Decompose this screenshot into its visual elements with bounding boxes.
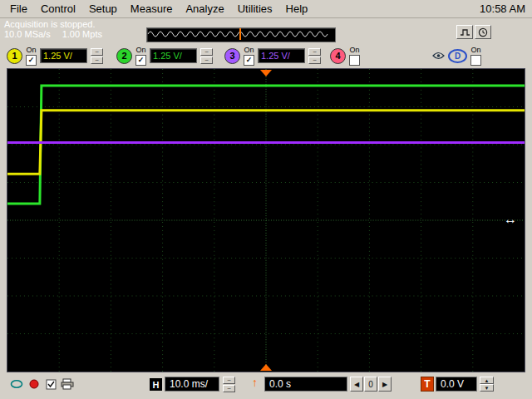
acquisition-preview-bar[interactable] bbox=[146, 27, 336, 42]
channel-1-on-label: On bbox=[26, 47, 36, 54]
channel-2-on-checkbox[interactable]: ✓ bbox=[135, 55, 146, 66]
channel-4-button[interactable]: 4 bbox=[330, 48, 346, 64]
channel-1-controls: 1 On ✓ 1.25 V/ ~ ~ bbox=[7, 46, 103, 66]
digital-on-group: On bbox=[470, 47, 481, 66]
trigger-level-field[interactable]: 0.0 V bbox=[436, 377, 477, 392]
channel-3-scale-up-button[interactable]: ~ bbox=[308, 48, 321, 56]
ellipse-tool-button[interactable] bbox=[8, 376, 25, 392]
trigger-marker-top[interactable] bbox=[260, 70, 272, 76]
channel-3-number: 3 bbox=[229, 51, 234, 61]
trigger-level-spinner: ▲ ▼ bbox=[480, 377, 494, 392]
channel-1-number: 1 bbox=[12, 51, 17, 61]
horizontal-position-field[interactable]: 0.0 s bbox=[264, 377, 347, 392]
channel-4-controls: 4 On bbox=[330, 46, 360, 66]
channel-4-on-label: On bbox=[349, 47, 359, 54]
clock: 10:58 AM bbox=[480, 2, 532, 15]
sample-rate: 10.0 MSa/s bbox=[4, 29, 51, 39]
trigger-level-up-button[interactable]: ▲ bbox=[480, 377, 494, 384]
trigger-marker-bottom bbox=[260, 364, 272, 371]
printer-icon bbox=[61, 378, 74, 390]
channel-1-on-checkbox[interactable]: ✓ bbox=[26, 55, 37, 66]
channel-4-on-group: On bbox=[349, 47, 360, 66]
print-button[interactable] bbox=[59, 376, 76, 392]
channel-1-scale-field[interactable]: 1.25 V/ bbox=[40, 48, 87, 63]
channel-2-controls: 2 On ✓ 1.25 V/ ~ ~ bbox=[116, 46, 213, 66]
clock-icon bbox=[478, 27, 488, 37]
channel-2-on-label: On bbox=[135, 47, 145, 54]
channel-2-number: 2 bbox=[121, 51, 126, 61]
trigger-menu-button[interactable]: T bbox=[421, 377, 434, 392]
menu-file[interactable]: File bbox=[3, 1, 34, 17]
channel-2-scale-down-button[interactable]: ~ bbox=[200, 57, 213, 64]
position-right-button[interactable]: ▶ bbox=[378, 377, 392, 392]
position-zero-button[interactable]: 0 bbox=[364, 377, 377, 392]
horizontal-menu-button[interactable]: H bbox=[150, 378, 162, 391]
clock-mode-button[interactable] bbox=[475, 25, 491, 39]
trigger-position-icon: ↑ bbox=[252, 376, 258, 389]
channel-3-on-group: On ✓ bbox=[244, 47, 254, 66]
record-dot-icon bbox=[28, 378, 40, 390]
resize-cursor-icon: ↔ bbox=[504, 212, 517, 227]
timebase-down-button[interactable]: ~ bbox=[223, 385, 235, 392]
timebase-up-button[interactable]: ~ bbox=[223, 377, 235, 384]
channel-2-scale-value: 1.25 V/ bbox=[153, 51, 182, 61]
channel-1-scale-spinner: ~ ~ bbox=[91, 48, 103, 64]
menu-help[interactable]: Help bbox=[279, 1, 315, 17]
channel-3-scale-value: 1.25 V/ bbox=[261, 51, 290, 61]
channel-3-scale-spinner: ~ ~ bbox=[308, 48, 321, 64]
pulse-icon bbox=[460, 28, 470, 37]
menu-control[interactable]: Control bbox=[34, 1, 82, 17]
channel-3-on-checkbox[interactable]: ✓ bbox=[244, 55, 254, 66]
channel-3-scale-field[interactable]: 1.25 V/ bbox=[258, 48, 305, 63]
digital-controls: D On bbox=[432, 46, 481, 66]
timebase-scale-field[interactable]: 10.0 ms/ bbox=[165, 377, 219, 392]
channel-1-on-group: On ✓ bbox=[26, 47, 37, 66]
channel-1-scale-down-button[interactable]: ~ bbox=[91, 57, 103, 64]
checklist-button[interactable] bbox=[43, 376, 60, 392]
channel-1-button[interactable]: 1 bbox=[7, 48, 22, 64]
digital-label: D bbox=[455, 52, 461, 61]
channel-2-scale-up-button[interactable]: ~ bbox=[200, 48, 213, 56]
menu-analyze[interactable]: Analyze bbox=[179, 1, 230, 17]
position-left-button[interactable]: ◀ bbox=[350, 377, 363, 392]
channel-2-scale-field[interactable]: 1.25 V/ bbox=[150, 48, 197, 63]
channel-1-scale-up-button[interactable]: ~ bbox=[91, 48, 103, 56]
channel-3-button[interactable]: 3 bbox=[224, 48, 240, 64]
channel-4-number: 4 bbox=[335, 51, 340, 61]
channel-2-button[interactable]: 2 bbox=[116, 48, 132, 64]
acquisition-info: 10.0 MSa/s 1.00 Mpts bbox=[4, 29, 102, 39]
pulse-mode-button[interactable] bbox=[456, 25, 473, 39]
eye-icon[interactable] bbox=[432, 48, 445, 63]
menu-bar: File Control Setup Measure Analyze Utili… bbox=[0, 0, 532, 18]
channel-2-on-group: On ✓ bbox=[135, 47, 146, 66]
channel-3-controls: 3 On ✓ 1.25 V/ ~ ~ bbox=[224, 46, 321, 66]
timebase-spinner: ~ ~ bbox=[223, 377, 235, 392]
menu-setup[interactable]: Setup bbox=[82, 1, 124, 17]
graticule bbox=[7, 69, 525, 372]
channel-1-scale-value: 1.25 V/ bbox=[43, 51, 72, 61]
menu-measure[interactable]: Measure bbox=[124, 1, 180, 17]
oscilloscope-screen: File Control Setup Measure Analyze Utili… bbox=[0, 0, 532, 399]
acquisition-status: Acquisition is stopped. bbox=[4, 19, 95, 29]
channel-3-on-label: On bbox=[244, 47, 254, 54]
menu-utilities[interactable]: Utilities bbox=[231, 1, 279, 17]
channel-2-scale-spinner: ~ ~ bbox=[200, 48, 213, 64]
preview-waveform bbox=[147, 28, 333, 40]
digital-channels-button[interactable]: D bbox=[448, 49, 467, 63]
waveform-display[interactable] bbox=[7, 68, 525, 372]
memory-depth: 1.00 Mpts bbox=[62, 29, 102, 39]
channel-4-on-checkbox[interactable] bbox=[349, 55, 360, 66]
record-marker-button[interactable] bbox=[26, 376, 42, 392]
digital-on-checkbox[interactable] bbox=[470, 55, 481, 66]
channel-3-scale-down-button[interactable]: ~ bbox=[308, 57, 321, 64]
checklist-icon bbox=[46, 379, 57, 390]
ellipse-tool-icon bbox=[10, 379, 23, 389]
trigger-level-down-button[interactable]: ▼ bbox=[480, 384, 494, 392]
digital-on-label: On bbox=[470, 47, 480, 54]
